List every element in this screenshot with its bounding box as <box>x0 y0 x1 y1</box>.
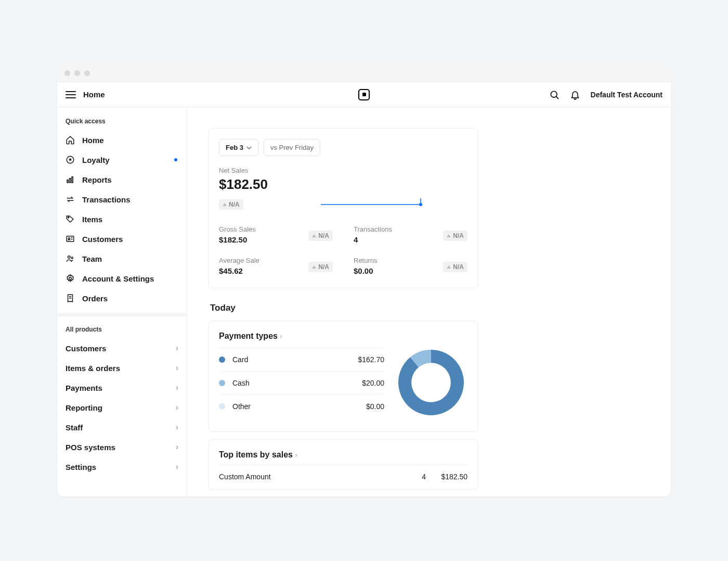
sidebar-item-customers[interactable]: Customers <box>57 229 187 249</box>
svg-line-1 <box>556 96 558 98</box>
payment-types-header[interactable]: Payment types › <box>219 332 467 341</box>
chevron-right-icon: › <box>176 423 178 432</box>
sidebar-all-items-orders[interactable]: Items & orders › <box>57 358 187 378</box>
window-titlebar <box>57 65 671 82</box>
sidebar-item-label: Customers <box>66 344 106 353</box>
svg-rect-3 <box>67 180 68 183</box>
triangle-up-icon <box>447 234 451 237</box>
metric-gross-sales: Gross Sales $182.50 N/A <box>219 225 333 244</box>
tag-icon <box>66 214 75 224</box>
payment-type-row: Card $162.70 <box>219 348 384 371</box>
sidebar-all-settings[interactable]: Settings › <box>57 457 187 477</box>
triangle-up-icon <box>312 265 316 269</box>
top-item-qty: 4 <box>405 473 426 481</box>
square-logo-icon[interactable] <box>358 89 370 100</box>
top-items-header[interactable]: Top items by sales › <box>219 450 467 460</box>
svg-point-18 <box>419 203 422 206</box>
sidebar-item-label: Reports <box>82 175 112 184</box>
payment-type-name: Other <box>232 402 366 411</box>
metric-average-sale: Average Sale $45.62 N/A <box>219 257 333 275</box>
payment-types-card: Payment types › Card $162.70 <box>208 321 478 432</box>
legend-dot-icon <box>219 403 225 410</box>
bell-icon[interactable] <box>570 90 580 100</box>
chevron-right-icon: › <box>176 403 178 412</box>
sidebar-item-label: Settings <box>66 463 96 471</box>
triangle-up-icon <box>223 203 227 206</box>
sidebar-all-title: All products <box>57 326 187 338</box>
payment-type-value: $162.70 <box>358 355 384 364</box>
payment-type-value: $20.00 <box>362 379 384 387</box>
legend-dot-icon <box>219 356 225 363</box>
gear-icon <box>66 274 75 283</box>
svg-rect-5 <box>72 177 73 183</box>
sidebar-all-customers[interactable]: Customers › <box>57 338 187 358</box>
date-label: Feb 3 <box>226 144 243 151</box>
sidebar-item-reports[interactable]: Reports <box>57 170 187 189</box>
sidebar-item-items[interactable]: Items <box>57 209 187 229</box>
sidebar-all-pos[interactable]: POS systems › <box>57 437 187 457</box>
hamburger-icon[interactable] <box>66 89 76 100</box>
sidebar-item-label: Payments <box>66 384 102 392</box>
sidebar-item-account-settings[interactable]: Account & Settings <box>57 269 187 288</box>
window-close-dot[interactable] <box>64 70 70 76</box>
top-items-title: Top items by sales <box>219 450 293 460</box>
metric-delta-badge: N/A <box>443 262 467 272</box>
sidebar-item-orders[interactable]: Orders <box>57 288 187 308</box>
svg-point-6 <box>68 217 69 218</box>
svg-point-11 <box>68 256 71 259</box>
sidebar-item-label: Items <box>82 215 102 224</box>
chevron-right-icon: › <box>176 343 178 353</box>
sidebar-item-home[interactable]: Home <box>57 130 187 150</box>
sidebar-item-label: Staff <box>66 423 83 432</box>
chevron-down-icon <box>246 145 252 150</box>
topbar: Home Default Test Account <box>57 82 671 107</box>
app-window: Home Default Test Account Quick access H… <box>57 65 671 496</box>
sidebar-item-label: Team <box>82 254 102 263</box>
net-sales-delta-badge: N/A <box>219 199 243 210</box>
top-item-value: $182.50 <box>426 473 467 481</box>
sidebar-item-team[interactable]: Team <box>57 249 187 269</box>
indicator-dot-icon <box>174 158 177 161</box>
payment-types-donut-chart <box>395 346 467 419</box>
search-icon[interactable] <box>549 90 560 100</box>
window-min-dot[interactable] <box>74 70 80 76</box>
sidebar-quick-title: Quick access <box>57 118 187 130</box>
sidebar-item-label: Home <box>82 136 104 145</box>
svg-point-13 <box>69 277 72 280</box>
sidebar-item-label: POS systems <box>66 443 115 452</box>
date-picker-button[interactable]: Feb 3 <box>219 139 258 156</box>
transactions-icon <box>66 195 75 204</box>
sidebar-all-staff[interactable]: Staff › <box>57 417 187 437</box>
top-item-name: Custom Amount <box>219 473 405 481</box>
svg-point-8 <box>68 238 70 239</box>
payment-types-title: Payment types <box>219 332 278 341</box>
window-max-dot[interactable] <box>84 70 90 76</box>
chevron-right-icon: › <box>176 383 178 392</box>
chevron-right-icon: › <box>176 462 178 471</box>
main-content: Feb 3 vs Prev Friday Net Sales $182.50 <box>187 107 671 496</box>
sales-summary-card: Feb 3 vs Prev Friday Net Sales $182.50 <box>208 128 478 288</box>
payment-type-name: Cash <box>232 379 362 387</box>
id-card-icon <box>66 234 75 244</box>
sidebar-all-reporting[interactable]: Reporting › <box>57 398 187 417</box>
sidebar-item-label: Orders <box>82 294 108 303</box>
payment-type-row: Other $0.00 <box>219 394 384 418</box>
team-icon <box>66 254 75 263</box>
chevron-right-icon: › <box>176 363 178 373</box>
sidebar-all-payments[interactable]: Payments › <box>57 378 187 398</box>
sidebar-item-transactions[interactable]: Transactions <box>57 189 187 209</box>
svg-rect-4 <box>70 178 71 183</box>
chevron-right-icon: › <box>280 332 282 340</box>
metric-transactions: Transactions 4 N/A <box>354 225 467 244</box>
triangle-up-icon <box>312 234 316 237</box>
reports-icon <box>66 175 75 184</box>
payment-type-value: $0.00 <box>366 402 384 411</box>
sidebar-divider <box>57 313 187 316</box>
legend-dot-icon <box>219 380 225 386</box>
top-items-card: Top items by sales › Custom Amount 4 $18… <box>208 439 478 490</box>
account-name[interactable]: Default Test Account <box>591 91 662 99</box>
metric-delta-badge: N/A <box>308 262 333 272</box>
compare-chip: vs Prev Friday <box>264 139 320 156</box>
compare-label: vs Prev Friday <box>270 144 314 151</box>
sidebar-item-loyalty[interactable]: Loyalty <box>57 150 187 170</box>
